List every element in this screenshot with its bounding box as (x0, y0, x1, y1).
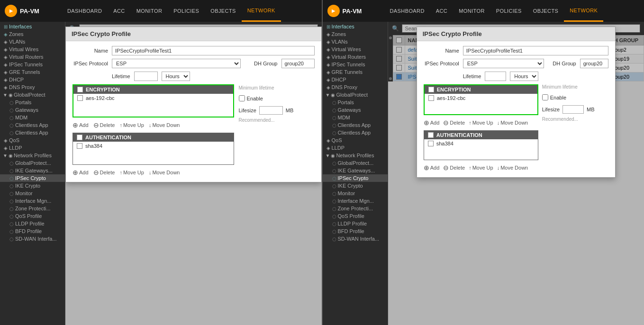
right-lifetime-unit[interactable]: Hours (510, 72, 538, 81)
right-sidebar-portals[interactable]: ◌ Portals (323, 99, 388, 106)
right-sidebar-bfd[interactable]: ◌ BFD Profile (323, 227, 388, 235)
right-enc-header-cb[interactable] (428, 87, 434, 92)
right-sidebar-mdm[interactable]: ◌ MDM (323, 114, 388, 121)
sidebar-item-dns-proxy[interactable]: ◈ DNS Proxy (0, 83, 65, 91)
sidebar-item-gateways[interactable]: ◌ Gateways (0, 106, 65, 114)
right-sidebar-gp-sub[interactable]: ◌ GlobalProtect... (323, 159, 388, 167)
sidebar-item-virtual-routers[interactable]: ◈ Virtual Routers (0, 53, 65, 61)
right-sidebar-qos-profile[interactable]: ◌ QoS Profile (323, 212, 388, 220)
right-enc-row[interactable]: aes-192-cbc (425, 94, 537, 102)
right-auth-delete-btn[interactable]: ⊖ Delete (443, 164, 465, 172)
left-lifetime-unit[interactable]: Hours (162, 72, 190, 81)
sidebar-item-sdwan[interactable]: ◌ SD-WAN Interfa... (0, 235, 65, 243)
sidebar-item-lldp[interactable]: ◈ LLDP (0, 144, 65, 152)
right-name-input[interactable] (463, 46, 608, 55)
right-lifesize-input[interactable] (562, 105, 584, 114)
left-protocol-select[interactable]: ESP (112, 59, 241, 68)
sidebar-item-vlans[interactable]: ◈ VLANs (0, 38, 65, 45)
left-enc-add-btn[interactable]: ⊕ Add (73, 121, 89, 129)
left-enc-header-cb[interactable] (77, 87, 83, 92)
left-auth-header-cb[interactable] (77, 135, 82, 140)
sidebar-item-zone-protect[interactable]: ◌ Zone Protecti... (0, 205, 65, 212)
right-nav-dashboard[interactable]: DASHBOARD (384, 0, 430, 22)
sidebar-item-portals[interactable]: ◌ Portals (0, 99, 65, 106)
right-sidebar-ipsec-tunnels[interactable]: ◈ IPSec Tunnels (323, 61, 388, 68)
sidebar-item-ipsec-tunnels[interactable]: ◈ IPSec Tunnels (0, 61, 65, 68)
left-auth-moveup-btn[interactable]: ↑ Move Up (119, 170, 144, 175)
right-sidebar-monitor[interactable]: ◌ Monitor (323, 190, 388, 197)
sidebar-item-qos[interactable]: ◈ QoS (0, 136, 65, 144)
right-sidebar-gateways[interactable]: ◌ Gateways (323, 106, 388, 114)
left-nav-monitor[interactable]: MONITOR (131, 0, 168, 22)
right-sidebar-vwires[interactable]: ◈ Virtual Wires (323, 45, 388, 53)
right-sidebar-zone-protect[interactable]: ◌ Zone Protecti... (323, 205, 388, 212)
right-auth-moveup-btn[interactable]: ↑ Move Up (469, 165, 493, 171)
right-sidebar-sdwan[interactable]: ◌ SD-WAN Interfa... (323, 235, 388, 243)
sidebar-item-ike-crypto[interactable]: ◌ IKE Crypto (0, 182, 65, 190)
left-auth-add-btn[interactable]: ⊕ Add (73, 169, 89, 176)
sidebar-item-zones[interactable]: ◈ Zones (0, 30, 65, 38)
right-auth-movedown-btn[interactable]: ↓ Move Down (497, 165, 528, 171)
right-nav-network[interactable]: NETWORK (564, 0, 603, 22)
right-enc-row-cb[interactable] (428, 95, 434, 101)
right-sidebar-ike-gw[interactable]: ◌ IKE Gateways... (323, 167, 388, 174)
sidebar-item-lldp-profile[interactable]: ◌ LLDP Profile (0, 220, 65, 227)
left-nav-policies[interactable]: POLICIES (168, 0, 205, 22)
right-enable-checkbox[interactable] (542, 94, 548, 100)
left-enable-checkbox[interactable] (239, 95, 245, 101)
right-enc-movedown-btn[interactable]: ↓ Move Down (497, 120, 528, 126)
right-auth-row-cb[interactable] (428, 141, 434, 146)
left-enc-row[interactable]: aes-192-cbc (73, 94, 233, 102)
right-nav-policies[interactable]: POLICIES (490, 0, 527, 22)
sidebar-item-ike-gateways[interactable]: ◌ IKE Gateways... (0, 167, 65, 174)
sidebar-item-mdm[interactable]: ◌ MDM (0, 114, 65, 121)
left-enc-movedown-btn[interactable]: ↓ Move Down (149, 122, 180, 128)
sidebar-item-interface-mgn[interactable]: ◌ Interface Mgn... (0, 197, 65, 205)
right-nav-acc[interactable]: ACC (430, 0, 453, 22)
right-protocol-select[interactable]: ESP (463, 59, 544, 68)
right-sidebar-ike-crypto[interactable]: ◌ IKE Crypto (323, 182, 388, 190)
right-sidebar-vrouters[interactable]: ◈ Virtual Routers (323, 53, 388, 61)
right-sidebar-lldp-profile[interactable]: ◌ LLDP Profile (323, 220, 388, 227)
sidebar-item-globalprotect-sub[interactable]: ◌ GlobalProtect... (0, 159, 65, 167)
sidebar-item-clientless1[interactable]: ◌ Clientless App (0, 121, 65, 129)
left-lifesize-input[interactable] (259, 106, 283, 115)
right-sidebar-np[interactable]: ▼ ◉ Network Profiles (323, 152, 388, 159)
sidebar-item-globalprotect[interactable]: ▼ ◉ GlobalProtect (0, 91, 65, 99)
right-sidebar-cl2[interactable]: ◌ Clientless App (323, 129, 388, 136)
right-sidebar-vlans[interactable]: ◈ VLANs (323, 38, 388, 45)
right-enc-add-btn[interactable]: ⊕ Add (424, 119, 440, 126)
right-nav-objects[interactable]: OBJECTS (527, 0, 564, 22)
left-auth-row[interactable]: sha384 (73, 142, 234, 150)
sidebar-item-interfaces[interactable]: ⊞ Interfaces (0, 23, 65, 30)
sidebar-item-ipsec-crypto-active[interactable]: ◌ IPSec Crypto (0, 174, 65, 182)
right-sidebar-gre[interactable]: ◈ GRE Tunnels (323, 68, 388, 76)
right-auth-add-btn[interactable]: ⊕ Add (424, 164, 440, 172)
left-enc-moveup-btn[interactable]: ↑ Move Up (119, 122, 144, 128)
sidebar-item-network-profiles[interactable]: ▼ ◉ Network Profiles (0, 152, 65, 159)
right-nav-monitor[interactable]: MONITOR (453, 0, 490, 22)
right-sidebar-qos[interactable]: ◈ QoS (323, 136, 388, 144)
left-auth-delete-btn[interactable]: ⊖ Delete (93, 169, 115, 176)
left-nav-dashboard[interactable]: DASHBOARD (62, 0, 108, 22)
sidebar-item-qos-profile[interactable]: ◌ QoS Profile (0, 212, 65, 220)
right-sidebar-ipsec-active[interactable]: ◌ IPSec Crypto (323, 174, 388, 182)
sidebar-item-monitor[interactable]: ◌ Monitor (0, 190, 65, 197)
right-sidebar-dns[interactable]: ◈ DNS Proxy (323, 83, 388, 91)
right-auth-header-cb[interactable] (428, 132, 434, 138)
sidebar-item-gre-tunnels[interactable]: ◈ GRE Tunnels (0, 68, 65, 76)
left-enc-delete-btn[interactable]: ⊖ Delete (93, 121, 115, 129)
left-enc-row-cb[interactable] (77, 95, 83, 101)
right-lifetime-input[interactable] (485, 72, 506, 81)
left-auth-movedown-btn[interactable]: ↓ Move Down (149, 170, 180, 175)
left-nav-network[interactable]: NETWORK (242, 0, 281, 22)
right-auth-row[interactable]: sha384 (424, 139, 538, 148)
right-sidebar-zones[interactable]: ◈ Zones (323, 30, 388, 38)
sidebar-item-dhcp[interactable]: ◈ DHCP (0, 76, 65, 83)
right-sidebar-lldp[interactable]: ◈ LLDP (323, 144, 388, 152)
right-sidebar-cl1[interactable]: ◌ Clientless App (323, 121, 388, 129)
right-sidebar-interfaces[interactable]: ⊞ Interfaces (323, 23, 388, 30)
left-auth-row-cb[interactable] (77, 143, 82, 149)
right-dh-input[interactable] (580, 59, 608, 68)
sidebar-item-bfd-profile[interactable]: ◌ BFD Profile (0, 227, 65, 235)
